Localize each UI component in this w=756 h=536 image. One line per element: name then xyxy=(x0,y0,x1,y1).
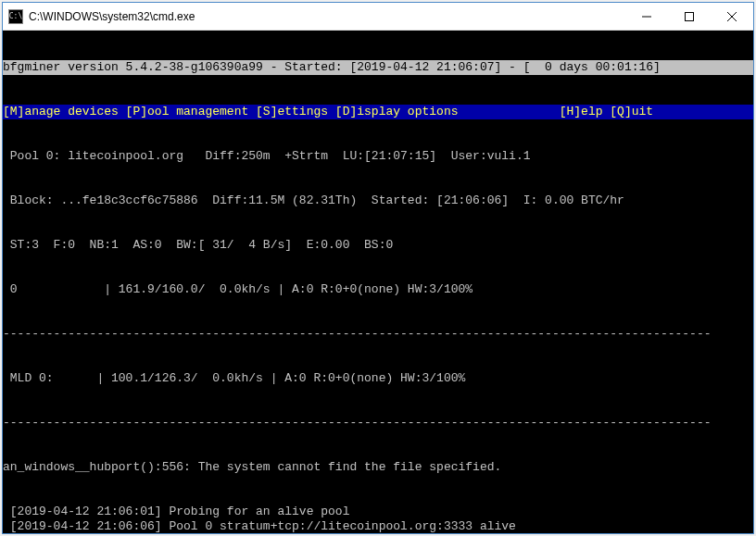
app-header: bfgminer version 5.4.2-38-g106390a99 - S… xyxy=(3,60,753,75)
minimize-button[interactable] xyxy=(625,3,668,30)
maximize-button[interactable] xyxy=(668,3,711,30)
block-status: Block: ...fe18c3ccf6c75886 Diff:11.5M (8… xyxy=(3,193,753,208)
error-line: an_windows__hubport():556: The system ca… xyxy=(3,460,753,475)
titlebar[interactable]: C:\ C:\WINDOWS\system32\cmd.exe xyxy=(3,3,753,31)
close-button[interactable] xyxy=(711,3,753,30)
window-controls xyxy=(625,3,753,30)
log-line: [2019-04-12 21:06:01] Probing for an ali… xyxy=(3,505,753,519)
cmd-window: C:\ C:\WINDOWS\system32\cmd.exe bfgminer… xyxy=(2,2,754,534)
window-title: C:\WINDOWS\system32\cmd.exe xyxy=(29,10,625,23)
log-container: [2019-04-12 21:06:01] Probing for an ali… xyxy=(3,505,753,533)
cmd-icon: C:\ xyxy=(8,9,23,24)
svg-rect-1 xyxy=(686,12,694,20)
divider-top: ----------------------------------------… xyxy=(3,327,753,342)
summary-line: 0 | 161.9/160.0/ 0.0kh/s | A:0 R:0+0(non… xyxy=(3,282,753,297)
pool-status: Pool 0: litecoinpool.org Diff:250m +Strt… xyxy=(3,149,753,164)
terminal-body[interactable]: bfgminer version 5.4.2-38-g106390a99 - S… xyxy=(3,31,753,533)
stats-line: ST:3 F:0 NB:1 AS:0 BW:[ 31/ 4 B/s] E:0.0… xyxy=(3,238,753,253)
divider-bottom: ----------------------------------------… xyxy=(3,416,753,430)
menu-bar[interactable]: [M]anage devices [P]ool management [S]et… xyxy=(3,105,753,119)
log-line: [2019-04-12 21:06:06] Pool 0 stratum+tcp… xyxy=(3,519,753,533)
device-line: MLD 0: | 100.1/126.3/ 0.0kh/s | A:0 R:0+… xyxy=(3,371,753,386)
